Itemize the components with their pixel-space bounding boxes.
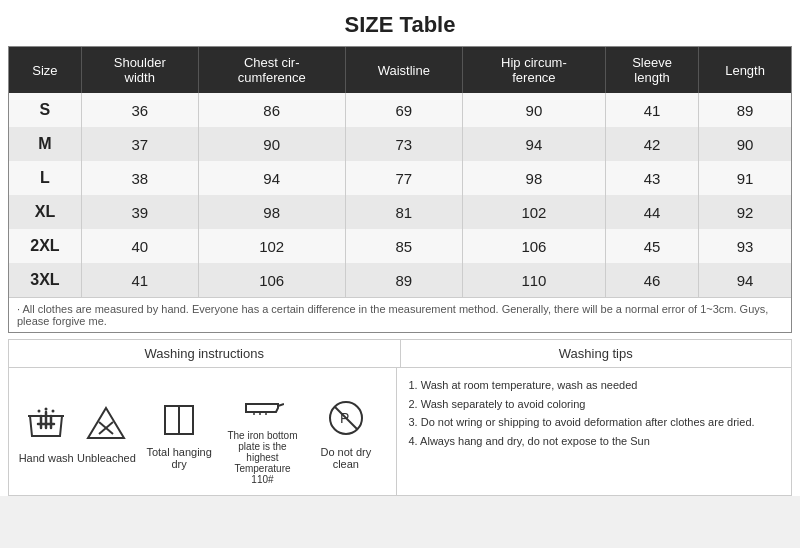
measurement-cell: 90 (699, 127, 791, 161)
measurement-cell: 102 (462, 195, 605, 229)
measurement-cell: 85 (345, 229, 462, 263)
svg-text:P: P (340, 410, 349, 426)
size-cell: S (9, 93, 81, 127)
header-waist: Waistline (345, 47, 462, 93)
svg-point-2 (52, 409, 55, 412)
measurement-cell: 89 (345, 263, 462, 297)
table-row: L389477984391 (9, 161, 791, 195)
hand-wash-label: Hand wash (19, 452, 74, 464)
measurement-cell: 42 (605, 127, 698, 161)
measurement-cell: 73 (345, 127, 462, 161)
table-row: XL3998811024492 (9, 195, 791, 229)
washing-tip-2: 2. Wash separately to avoid coloring (409, 395, 780, 414)
measurement-cell: 44 (605, 195, 698, 229)
page-title: SIZE Table (345, 12, 456, 37)
measurement-cell: 90 (198, 127, 345, 161)
measurement-cell: 36 (81, 93, 198, 127)
washing-tips-label: Washing tips (401, 340, 792, 367)
measurement-cell: 92 (699, 195, 791, 229)
table-row: 3XL41106891104694 (9, 263, 791, 297)
temperature-item: The iron bottom plate is the highestTemp… (222, 378, 302, 485)
measurement-cell: 94 (699, 263, 791, 297)
measurement-cell: 38 (81, 161, 198, 195)
header-sleeve: Sleevelength (605, 47, 698, 93)
measurement-cell: 40 (81, 229, 198, 263)
header-size: Size (9, 47, 81, 93)
washing-instructions-label: Washing instructions (9, 340, 401, 367)
measurement-cell: 46 (605, 263, 698, 297)
table-row: S368669904189 (9, 93, 791, 127)
size-table-wrapper: Size Shoulderwidth Chest cir-cumference … (8, 46, 792, 333)
measurement-cell: 98 (198, 195, 345, 229)
measurement-cell: 98 (462, 161, 605, 195)
measurement-cell: 41 (81, 263, 198, 297)
measurement-cell: 43 (605, 161, 698, 195)
washing-tips-content: 1. Wash at room temperature, wash as nee… (397, 368, 792, 495)
measurement-cell: 89 (699, 93, 791, 127)
measurement-cell: 81 (345, 195, 462, 229)
header-length: Length (699, 47, 791, 93)
total-hanging-dry-icon (155, 394, 203, 442)
temperature-icon (238, 378, 286, 426)
measurement-cell: 94 (462, 127, 605, 161)
measurement-cell: 86 (198, 93, 345, 127)
svg-marker-3 (88, 408, 124, 438)
unbleached-item: Unbleached (77, 400, 136, 464)
measurement-cell: 91 (699, 161, 791, 195)
unbleached-icon (82, 400, 130, 448)
measurement-cell: 102 (198, 229, 345, 263)
measurement-cell: 106 (462, 229, 605, 263)
measurement-cell: 110 (462, 263, 605, 297)
measurement-cell: 77 (345, 161, 462, 195)
table-body: S368669904189M379073944290L389477984391X… (9, 93, 791, 297)
measurement-cell: 39 (81, 195, 198, 229)
total-hanging-dry-item: Total hanging dry (139, 394, 219, 470)
title-section: SIZE Table (0, 0, 800, 46)
hand-wash-item: Hand wash (19, 400, 74, 464)
svg-point-10 (265, 413, 267, 415)
table-row: M379073944290 (9, 127, 791, 161)
measurement-cell: 94 (198, 161, 345, 195)
washing-section: Washing instructions Washing tips (8, 339, 792, 496)
svg-point-8 (253, 413, 255, 415)
do-not-dry-clean-item: P Do not dry clean (306, 394, 386, 470)
size-cell: M (9, 127, 81, 161)
table-note: · All clothes are measured by hand. Ever… (9, 297, 791, 332)
washing-icons: Hand wash Unbleached (9, 368, 397, 495)
measurement-cell: 45 (605, 229, 698, 263)
measurement-cell: 90 (462, 93, 605, 127)
svg-point-0 (38, 409, 41, 412)
washing-tip-3: 3. Do not wring or shipping to avoid def… (409, 413, 780, 432)
measurement-cell: 93 (699, 229, 791, 263)
washing-headers: Washing instructions Washing tips (9, 340, 791, 368)
table-header-row: Size Shoulderwidth Chest cir-cumference … (9, 47, 791, 93)
measurement-cell: 69 (345, 93, 462, 127)
header-hip: Hip circum-ference (462, 47, 605, 93)
washing-tip-1: 1. Wash at room temperature, wash as nee… (409, 376, 780, 395)
svg-point-9 (259, 413, 261, 415)
svg-point-1 (45, 407, 48, 410)
do-not-dry-clean-label: Do not dry clean (306, 446, 386, 470)
temperature-label: The iron bottom plate is the highestTemp… (222, 430, 302, 485)
washing-content: Hand wash Unbleached (9, 368, 791, 495)
total-hanging-dry-label: Total hanging dry (139, 446, 219, 470)
do-not-dry-clean-icon: P (322, 394, 370, 442)
measurement-cell: 41 (605, 93, 698, 127)
table-row: 2XL40102851064593 (9, 229, 791, 263)
page-wrapper: SIZE Table Size Shoulderwidth Chest cir-… (0, 0, 800, 496)
size-cell: 2XL (9, 229, 81, 263)
measurement-cell: 37 (81, 127, 198, 161)
unbleached-label: Unbleached (77, 452, 136, 464)
size-table: Size Shoulderwidth Chest cir-cumference … (9, 47, 791, 297)
header-chest: Chest cir-cumference (198, 47, 345, 93)
header-shoulder: Shoulderwidth (81, 47, 198, 93)
size-cell: 3XL (9, 263, 81, 297)
measurement-cell: 106 (198, 263, 345, 297)
size-cell: L (9, 161, 81, 195)
washing-tip-4: 4. Always hang and dry, do not expose to… (409, 432, 780, 451)
size-cell: XL (9, 195, 81, 229)
hand-wash-icon (22, 400, 70, 448)
